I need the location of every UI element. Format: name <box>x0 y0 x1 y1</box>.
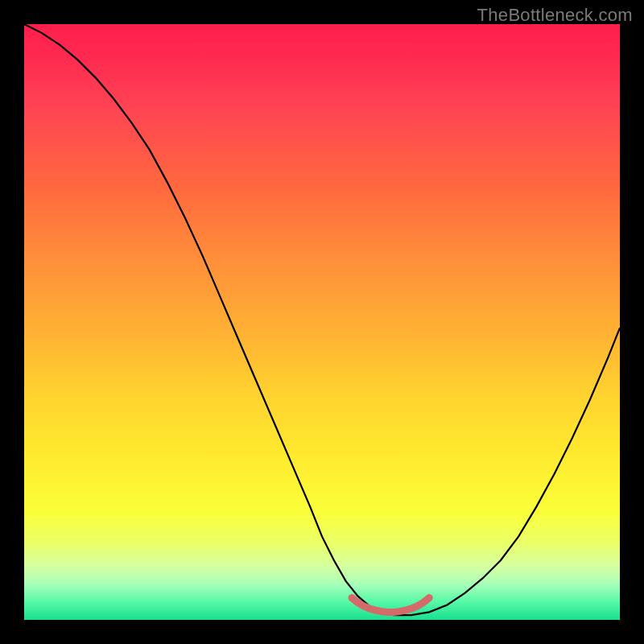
plot-area <box>24 24 620 620</box>
chart-svg <box>24 24 620 620</box>
chart-frame: TheBottleneck.com <box>0 0 644 644</box>
watermark-text: TheBottleneck.com <box>477 5 633 26</box>
bottleneck-curve <box>24 24 620 615</box>
